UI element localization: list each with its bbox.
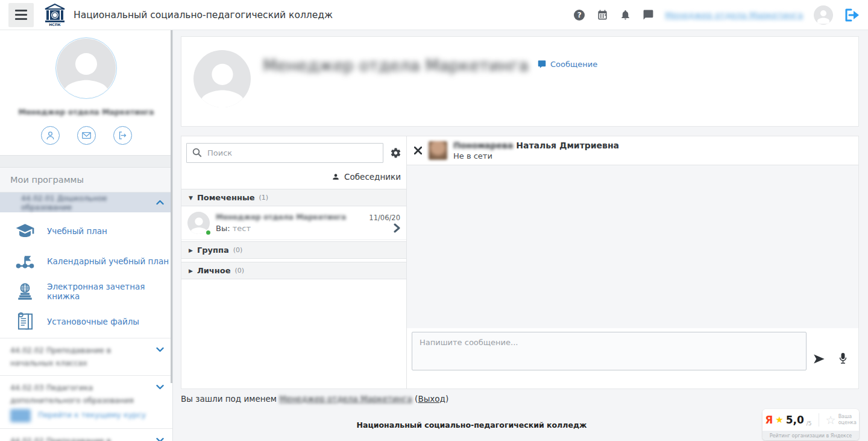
profile-header-card: Менеджер отдела Маркетинга Сообщение — [181, 36, 859, 127]
profile-avatar — [193, 50, 251, 107]
menu-toggle-button[interactable] — [8, 3, 34, 27]
logout-icon[interactable] — [844, 7, 860, 23]
program-title: 44.02.02 Преподавание в начальных класса… — [10, 344, 156, 369]
profile-heading: Менеджер отдела Маркетинга — [263, 56, 529, 75]
chevron-down-icon — [156, 347, 164, 352]
sidebar-item-label: Электронная зачетная книжка — [47, 282, 172, 301]
program-title: 44.02.03 Педагогика дополнительного обра… — [10, 383, 134, 405]
chat-panel: Пономарева Наталья Дмитриевна Не в сети — [407, 136, 858, 389]
program-nav-list: Учебный план Календарный учебный план — [0, 212, 172, 338]
contact-name: Наталья Дмитриевна — [516, 141, 619, 150]
help-icon[interactable]: ? — [573, 9, 585, 21]
send-message-icon[interactable] — [813, 353, 825, 365]
conversation-name: Менеджер отдела Маркетинга — [216, 213, 369, 221]
yandex-caption: Рейтинг организации в Яндексе — [763, 431, 859, 440]
sidebar-item-calendar-plan[interactable]: Календарный учебный план — [0, 246, 172, 276]
main-content: Менеджер отдела Маркетинга Сообщение — [173, 30, 868, 441]
triangle-right-icon: ▶ — [189, 268, 193, 274]
conversation-list-panel: Собеседники ▼ Помеченные (1) Менедж — [181, 136, 407, 389]
conversation-date: 11/06/20 — [369, 214, 400, 222]
notifications-bell-icon[interactable] — [619, 9, 631, 21]
logout-link[interactable]: Выход — [418, 394, 445, 404]
chat-input-area — [407, 328, 858, 389]
top-header: НСПК Национальный социально-педагогическ… — [0, 0, 868, 30]
documents-icon — [15, 312, 35, 332]
sidebar-item-setup-files[interactable]: Установочные файлы — [0, 306, 172, 337]
header-avatar[interactable] — [814, 5, 833, 25]
contact-status: Не в сети — [453, 151, 619, 160]
globe-books-icon — [15, 282, 35, 302]
person-icon — [332, 173, 340, 181]
online-status-dot — [205, 229, 212, 236]
yandex-logo: Я — [765, 414, 773, 426]
course-thumbnail-icon — [10, 409, 31, 422]
microphone-icon[interactable] — [838, 352, 848, 366]
header-username-link[interactable]: Менеджер отдела Маркетинга — [665, 10, 803, 20]
triangle-right-icon: ▶ — [189, 247, 193, 253]
graduation-cap-icon — [15, 221, 35, 241]
conversation-row[interactable]: Менеджер отдела Маркетинга Вы: тест 11/0… — [181, 206, 406, 240]
program-title: 44.02.02 Преподавание в начальных класса… — [10, 435, 156, 441]
program-section-collapsed[interactable]: 44.02.02 Преподавание в начальных класса… — [0, 428, 172, 441]
last-message-preview: тест — [233, 224, 251, 233]
settings-gear-icon[interactable] — [389, 147, 402, 160]
chevron-up-icon — [156, 200, 164, 205]
college-logo[interactable]: НСПК — [42, 3, 68, 27]
footer-username-link[interactable]: Менеджер отдела Маркетинга — [279, 394, 412, 404]
program-section-expanded[interactable]: 44.02.01 Дошкольное образование — [0, 192, 172, 212]
svg-text:НСПК: НСПК — [49, 22, 60, 27]
exit-icon[interactable] — [113, 126, 132, 145]
sidebar-item-label: Календарный учебный план — [47, 256, 169, 266]
contact-surname: Пономарева — [453, 141, 513, 150]
left-sidebar: Менеджер отдела Маркетинга Мои программы… — [0, 30, 173, 441]
footer-college-name: Национальный социально-педагогический ко… — [181, 407, 763, 430]
section-group[interactable]: ▶ Группа (0) — [181, 241, 406, 259]
message-bubble-icon — [537, 60, 547, 69]
profile-icon[interactable] — [41, 126, 60, 145]
messenger-panel: Собеседники ▼ Помеченные (1) Менедж — [181, 136, 859, 389]
calendar-icon[interactable] — [596, 9, 608, 21]
sidebar-item-gradebook[interactable]: Электронная зачетная книжка — [0, 276, 172, 306]
star-filled-icon: ★ — [775, 414, 783, 425]
star-outline-icon: ☆ — [826, 413, 836, 427]
chevron-right-icon — [394, 223, 400, 233]
sidebar-item-label: Установочные файлы — [47, 317, 139, 326]
yandex-rating-badge[interactable]: Я ★ 5,0 /5 ☆ Ваша оценка Рейтинг организ… — [763, 409, 859, 440]
sidebar-item-label: Учебный план — [47, 226, 107, 236]
program-title: 44.02.01 Дошкольное образование — [21, 194, 156, 212]
sidebar-item-curriculum[interactable]: Учебный план — [0, 216, 172, 246]
sidebar-profile-avatar[interactable] — [55, 37, 117, 99]
sidebar-profile-name: Менеджер отдела Маркетинга — [0, 107, 172, 116]
course-link[interactable]: Перейти к текущему курсу — [38, 409, 146, 422]
my-programs-label: Мои программы — [0, 168, 172, 192]
search-input[interactable] — [186, 143, 383, 163]
college-logo-icon: НСПК — [44, 4, 66, 27]
contacts-label: Собеседники — [344, 172, 401, 182]
contacts-tab[interactable]: Собеседники — [181, 167, 406, 189]
search-icon — [192, 147, 203, 158]
close-chat-icon[interactable] — [413, 146, 423, 156]
program-section-collapsed[interactable]: 44.02.02 Преподавание в начальных класса… — [0, 338, 172, 375]
chevron-down-icon — [156, 437, 164, 441]
sidebar-divider-strip — [0, 155, 172, 168]
program-section-collapsed[interactable]: 44.02.03 Педагогика дополнительного обра… — [0, 375, 172, 428]
rating-value: 5,0 — [786, 414, 804, 426]
send-message-link[interactable]: Сообщение — [537, 60, 597, 69]
section-personal[interactable]: ▶ Личное (0) — [181, 262, 406, 279]
chevron-down-icon — [156, 384, 164, 390]
sidebar-scrollbar[interactable] — [171, 30, 172, 383]
page-title: Национальный социально-педагогический ко… — [74, 10, 333, 21]
email-icon[interactable] — [77, 126, 96, 145]
chat-contact-avatar — [429, 141, 447, 160]
chat-message-history[interactable] — [407, 165, 858, 328]
chat-header: Пономарева Наталья Дмитриевна Не в сети — [407, 136, 858, 165]
login-status-line: Вы зашли под именем Менеджер отдела Марк… — [181, 394, 859, 404]
milestones-icon — [15, 252, 35, 271]
message-input[interactable] — [412, 332, 807, 370]
send-message-label: Сообщение — [550, 60, 597, 69]
triangle-down-icon: ▼ — [189, 195, 193, 201]
section-starred[interactable]: ▼ Помеченные (1) — [181, 189, 406, 206]
messages-icon[interactable] — [642, 9, 654, 21]
